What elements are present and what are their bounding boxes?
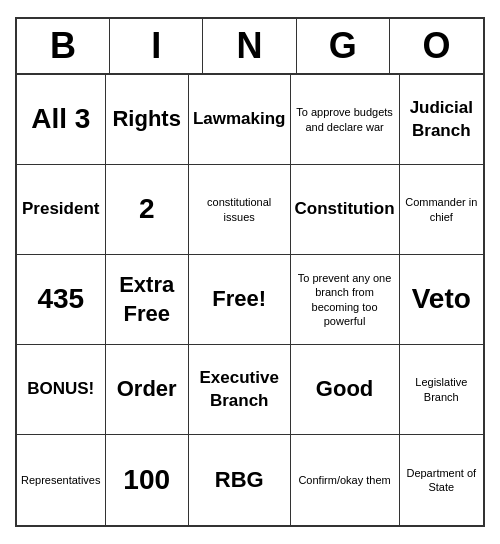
bingo-cell: Good bbox=[291, 345, 400, 435]
bingo-cell: To approve budgets and declare war bbox=[291, 75, 400, 165]
bingo-cell: Judicial Branch bbox=[400, 75, 483, 165]
bingo-cell: Lawmaking bbox=[189, 75, 291, 165]
header-letter: O bbox=[390, 19, 483, 73]
bingo-cell: 100 bbox=[106, 435, 189, 525]
bingo-header: BINGO bbox=[17, 19, 483, 75]
bingo-cell: Commander in chief bbox=[400, 165, 483, 255]
bingo-card: BINGO All 3RightsLawmakingTo approve bud… bbox=[15, 17, 485, 527]
bingo-cell: 2 bbox=[106, 165, 189, 255]
header-letter: B bbox=[17, 19, 110, 73]
header-letter: G bbox=[297, 19, 390, 73]
bingo-cell: Representatives bbox=[17, 435, 106, 525]
bingo-cell: President bbox=[17, 165, 106, 255]
bingo-cell: Rights bbox=[106, 75, 189, 165]
bingo-cell: Legislative Branch bbox=[400, 345, 483, 435]
bingo-cell: Free! bbox=[189, 255, 291, 345]
bingo-cell: constitutional issues bbox=[189, 165, 291, 255]
bingo-cell: Executive Branch bbox=[189, 345, 291, 435]
bingo-cell: Department of State bbox=[400, 435, 483, 525]
bingo-cell: Veto bbox=[400, 255, 483, 345]
bingo-grid: All 3RightsLawmakingTo approve budgets a… bbox=[17, 75, 483, 525]
bingo-cell: BONUS! bbox=[17, 345, 106, 435]
bingo-cell: All 3 bbox=[17, 75, 106, 165]
header-letter: N bbox=[203, 19, 296, 73]
bingo-cell: To prevent any one branch from becoming … bbox=[291, 255, 400, 345]
bingo-cell: Constitution bbox=[291, 165, 400, 255]
bingo-cell: Extra Free bbox=[106, 255, 189, 345]
header-letter: I bbox=[110, 19, 203, 73]
bingo-cell: 435 bbox=[17, 255, 106, 345]
bingo-cell: RBG bbox=[189, 435, 291, 525]
bingo-cell: Confirm/okay them bbox=[291, 435, 400, 525]
bingo-cell: Order bbox=[106, 345, 189, 435]
